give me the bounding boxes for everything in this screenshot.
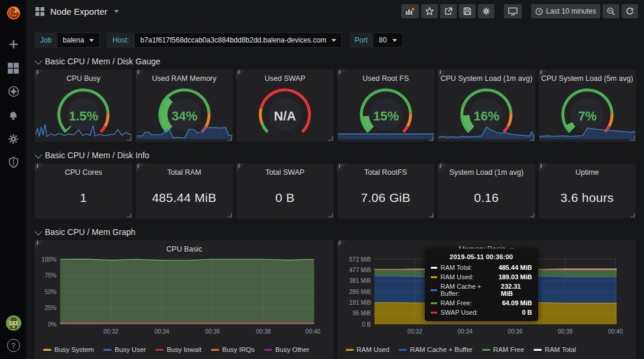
panel-title[interactable]: Total SWAP (236, 164, 334, 178)
panel-info-icon[interactable]: i (136, 164, 145, 172)
svg-text:1.5%: 1.5% (69, 109, 98, 123)
panel-used-ram-memory[interactable]: iUsed RAM Memory34% (136, 70, 233, 142)
panel-resize-handle[interactable] (630, 136, 635, 141)
tooltip-swatch (431, 302, 437, 304)
server-admin-shield-icon[interactable] (0, 151, 27, 174)
panel-info-icon[interactable]: i (236, 164, 245, 172)
panel-title[interactable]: Total RAM (136, 164, 233, 178)
panel-total-rootfs[interactable]: iTotal RootFS7.06 GiB (337, 164, 435, 218)
panel-info-icon[interactable]: i (236, 70, 245, 79)
dashboard-settings-button[interactable] (478, 4, 495, 18)
add-panel-button[interactable] (401, 4, 419, 18)
legend-item-ram-cache-buffer[interactable]: RAM Cache + Buffer (399, 346, 473, 353)
panel-info-icon[interactable]: i (337, 164, 346, 172)
panel-system-load-1m-avg[interactable]: iSystem Load (1m avg)0.16 (438, 164, 535, 218)
panel-uptime[interactable]: iUptime3.6 hours (539, 164, 636, 218)
panel-cpu-basic[interactable]: iCPU Basic0%25%50%75%100%00:3200:3400:36… (35, 240, 334, 359)
graph-cpu-basic[interactable]: 0%25%50%75%100%00:3200:3400:3600:3800:40 (35, 254, 334, 344)
panel-info-icon[interactable]: i (337, 70, 346, 79)
panel-title[interactable]: CPU Cores (35, 164, 132, 178)
legend-item-ram-used[interactable]: RAM Used (346, 346, 390, 353)
panel-used-root-fs[interactable]: iUsed Root FS15% (337, 70, 435, 142)
panel-title[interactable]: Used SWAP (236, 70, 334, 84)
legend-item-ram-total[interactable]: RAM Total (534, 346, 576, 353)
legend-item-busy-irqs[interactable]: Busy IRQs (211, 346, 255, 353)
panel-resize-handle[interactable] (530, 213, 534, 217)
panel-cpu-cores[interactable]: iCPU Cores1 (35, 164, 132, 218)
panel-info-icon[interactable]: i (136, 70, 145, 79)
panel-title[interactable]: CPU System Load (1m avg) (438, 70, 535, 84)
variable-host-value[interactable]: b7a1f617f568dccab0a3c884bdd8b2dd.balena-… (134, 32, 342, 48)
user-avatar[interactable] (6, 315, 21, 331)
grafana-logo[interactable] (5, 4, 22, 22)
star-button[interactable] (421, 4, 438, 18)
section-gauge-header[interactable]: Basic CPU / Mem / Disk Gauge (35, 56, 636, 67)
panel-cpu-system-load-5m-avg[interactable]: iCPU System Load (5m avg)7% (539, 70, 636, 142)
panel-title-text: Used SWAP (265, 74, 305, 83)
panel-title[interactable]: Total RootFS (337, 164, 435, 178)
title-caret-icon (114, 10, 119, 13)
panel-resize-handle[interactable] (429, 213, 433, 217)
tooltip-series-label: RAM Used: (441, 273, 474, 280)
dashboards-icon[interactable] (0, 56, 27, 80)
panel-resize-handle[interactable] (328, 136, 333, 141)
legend-swatch (155, 349, 164, 351)
variable-port[interactable]: Port 80 (349, 32, 402, 48)
panel-resize-handle[interactable] (630, 213, 635, 217)
panel-resize-handle[interactable] (127, 136, 131, 141)
panel-resize-handle[interactable] (127, 213, 131, 217)
panel-resize-handle[interactable] (530, 136, 534, 141)
panel-cpu-busy[interactable]: iCPU Busy1.5% (35, 70, 132, 142)
variable-job-value[interactable]: balena (57, 32, 100, 48)
panel-total-swap[interactable]: iTotal SWAP0 B (236, 164, 334, 218)
panel-used-swap[interactable]: iUsed SWAPN/A (236, 70, 334, 142)
zoom-out-button[interactable] (603, 4, 619, 18)
section-graph-header[interactable]: Basic CPU / Mem Graph (35, 226, 636, 238)
panel-title[interactable]: Used RAM Memory (136, 70, 233, 84)
panel-info-icon[interactable]: i (438, 70, 447, 79)
panel-title[interactable]: Uptime (539, 164, 636, 178)
page-title: Node Exporter (50, 6, 108, 17)
create-plus-icon[interactable] (0, 32, 27, 56)
panel-resize-handle[interactable] (227, 136, 232, 141)
help-icon[interactable]: ? (7, 339, 20, 352)
panel-info-icon[interactable]: i (35, 240, 44, 249)
panel-info-icon[interactable]: i (35, 70, 44, 79)
tooltip-series-value: 64.09 MiB (502, 299, 532, 306)
share-button[interactable] (440, 4, 457, 18)
legend-item-busy-user[interactable]: Busy User (103, 346, 146, 353)
panel-title[interactable]: Used Root FS (337, 70, 435, 84)
dashboard-title-picker[interactable]: Node Exporter (35, 6, 119, 17)
panel-resize-handle[interactable] (429, 136, 433, 141)
variable-host[interactable]: Host: b7a1f617f568dccab0a3c884bdd8b2dd.b… (107, 32, 342, 48)
panel-resize-handle[interactable] (328, 213, 333, 217)
panel-title[interactable]: System Load (1m avg) (438, 164, 535, 178)
panel-total-ram[interactable]: iTotal RAM485.44 MiB (136, 164, 233, 218)
panel-cpu-system-load-1m-avg[interactable]: iCPU System Load (1m avg)16% (438, 70, 535, 142)
explore-compass-icon[interactable] (0, 80, 27, 103)
legend-label: RAM Used (357, 346, 390, 353)
legend-item-busy-system[interactable]: Busy System (43, 346, 94, 353)
panel-info-icon[interactable]: i (438, 164, 447, 172)
save-button[interactable] (459, 4, 476, 18)
panel-info-icon[interactable]: i (539, 164, 548, 172)
refresh-button[interactable] (622, 4, 638, 18)
section-info-header[interactable]: Basic CPU / Mem / Disk Info (35, 149, 636, 161)
tv-mode-button[interactable] (504, 4, 522, 18)
panel-info-icon[interactable]: i (539, 70, 548, 79)
panel-memory-basic[interactable]: iMemory Basic0 B95 MiB191 MiB286 MiB381 … (337, 240, 636, 359)
panel-resize-handle[interactable] (227, 213, 232, 217)
panel-title[interactable]: CPU Basic (35, 240, 334, 254)
panel-info-icon[interactable]: i (35, 164, 44, 172)
alerting-bell-icon[interactable] (0, 103, 27, 127)
time-range-button[interactable]: Last 10 minutes (531, 4, 600, 18)
configuration-gear-icon[interactable] (0, 127, 27, 151)
panel-title[interactable]: CPU System Load (5m avg) (539, 70, 636, 84)
variable-port-value[interactable]: 80 (373, 32, 402, 48)
variable-job[interactable]: Job balena (35, 32, 100, 48)
legend-item-ram-free[interactable]: RAM Free (482, 346, 524, 353)
legend-item-busy-iowait[interactable]: Busy Iowait (155, 346, 201, 353)
legend-item-busy-other[interactable]: Busy Other (264, 346, 310, 353)
panel-info-icon[interactable]: i (337, 240, 346, 249)
panel-title[interactable]: CPU Busy (35, 70, 132, 84)
